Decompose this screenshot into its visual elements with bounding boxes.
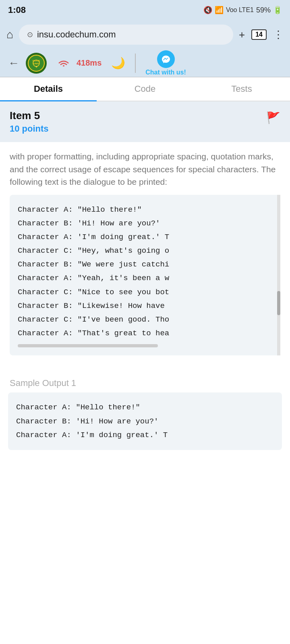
tabs-count-badge[interactable]: 14 bbox=[251, 29, 267, 40]
item-title: Item 5 bbox=[10, 109, 49, 122]
sample-output-section: Sample Output 1 Character A: "Hello ther… bbox=[0, 370, 290, 450]
chat-widget[interactable]: Chat with us! bbox=[145, 50, 186, 76]
code-block-wrapper: Character A: "Hello there!" Character B:… bbox=[10, 195, 280, 356]
night-mode-icon[interactable]: 🌙 bbox=[111, 56, 125, 70]
code-line-3: Character A: 'I'm doing great.' T bbox=[18, 230, 272, 244]
code-line-2: Character B: 'Hi! How are you?' bbox=[18, 217, 272, 230]
code-line-5: Character B: "We were just catchi bbox=[18, 258, 272, 271]
nav-divider bbox=[135, 54, 136, 73]
flag-icon[interactable]: 🚩 bbox=[266, 111, 280, 124]
battery-icon: 59% bbox=[256, 6, 271, 14]
battery-visual: 🔋 bbox=[273, 6, 282, 14]
sample-output-block[interactable]: Character A: "Hello there!" Character B:… bbox=[8, 392, 282, 450]
wifi-signal-icon bbox=[57, 58, 70, 69]
code-line-4: Character C: "Hey, what's going o bbox=[18, 244, 272, 258]
address-bar[interactable]: ⊙ insu.codechum.com bbox=[19, 25, 233, 45]
browser-actions: + 14 ⋮ bbox=[239, 29, 284, 41]
tab-tests[interactable]: Tests bbox=[193, 77, 290, 101]
signal-icon: Voo LTE1 bbox=[226, 6, 254, 14]
new-tab-button[interactable]: + bbox=[239, 29, 245, 41]
code-line-1: Character A: "Hello there!" bbox=[18, 203, 272, 217]
code-line-9: Character C: "I've been good. Tho bbox=[18, 313, 272, 326]
tab-icon: ⊙ bbox=[27, 30, 33, 39]
tab-code[interactable]: Code bbox=[97, 77, 193, 101]
browser-chrome: ⌂ ⊙ insu.codechum.com + 14 ⋮ bbox=[0, 20, 290, 49]
status-bar: 1:08 🔇 📶 Voo LTE1 59% 🔋 bbox=[0, 0, 290, 20]
svg-text:UNIV: UNIV bbox=[33, 62, 39, 65]
svg-point-6 bbox=[63, 65, 64, 66]
tabs-container: Details Code Tests bbox=[0, 77, 290, 101]
intro-text: with proper formatting, including approp… bbox=[10, 150, 280, 188]
status-icons: 🔇 📶 Voo LTE1 59% 🔋 bbox=[203, 6, 282, 14]
sample-line-3: Character A: 'I'm doing great.' T bbox=[16, 428, 274, 442]
status-time: 1:08 bbox=[8, 5, 26, 15]
main-content: with proper formatting, including approp… bbox=[0, 142, 290, 644]
vertical-scrollbar-track bbox=[277, 195, 280, 356]
vertical-scrollbar-thumb[interactable] bbox=[277, 291, 280, 315]
horizontal-scrollbar[interactable] bbox=[18, 344, 158, 347]
university-logo: STATE UNIV ⭐ bbox=[26, 53, 47, 74]
tab-details[interactable]: Details bbox=[0, 77, 97, 101]
back-button[interactable]: ← bbox=[8, 57, 19, 70]
mute-icon: 🔇 bbox=[203, 6, 212, 14]
nav-bar: ← STATE UNIV ⭐ 418ms 🌙 Chat with bbox=[0, 49, 290, 77]
url-text: insu.codechum.com bbox=[37, 29, 116, 40]
code-line-8: Character B: "Likewise! How have bbox=[18, 299, 272, 313]
chat-label: Chat with us! bbox=[145, 69, 186, 76]
item-info: Item 5 10 points bbox=[10, 109, 49, 134]
code-line-7: Character C: "Nice to see you bot bbox=[18, 285, 272, 299]
messenger-icon bbox=[157, 50, 175, 68]
code-line-6: Character A: "Yeah, it's been a w bbox=[18, 271, 272, 285]
home-button[interactable]: ⌂ bbox=[6, 28, 13, 41]
svg-text:⭐: ⭐ bbox=[35, 66, 37, 68]
item-header: Item 5 10 points 🚩 bbox=[0, 101, 290, 142]
content-area: with proper formatting, including approp… bbox=[0, 142, 290, 370]
sample-line-2: Character B: 'Hi! How are you?' bbox=[16, 415, 274, 428]
sample-line-1: Character A: "Hello there!" bbox=[16, 400, 274, 414]
ping-value: 418ms bbox=[77, 58, 102, 68]
code-block[interactable]: Character A: "Hello there!" Character B:… bbox=[10, 195, 280, 356]
item-points: 10 points bbox=[10, 124, 49, 134]
wifi-icon: 📶 bbox=[215, 6, 224, 14]
code-line-10: Character A: "That's great to hea bbox=[18, 326, 272, 340]
sample-output-label: Sample Output 1 bbox=[0, 370, 290, 392]
more-menu-button[interactable]: ⋮ bbox=[273, 29, 284, 41]
